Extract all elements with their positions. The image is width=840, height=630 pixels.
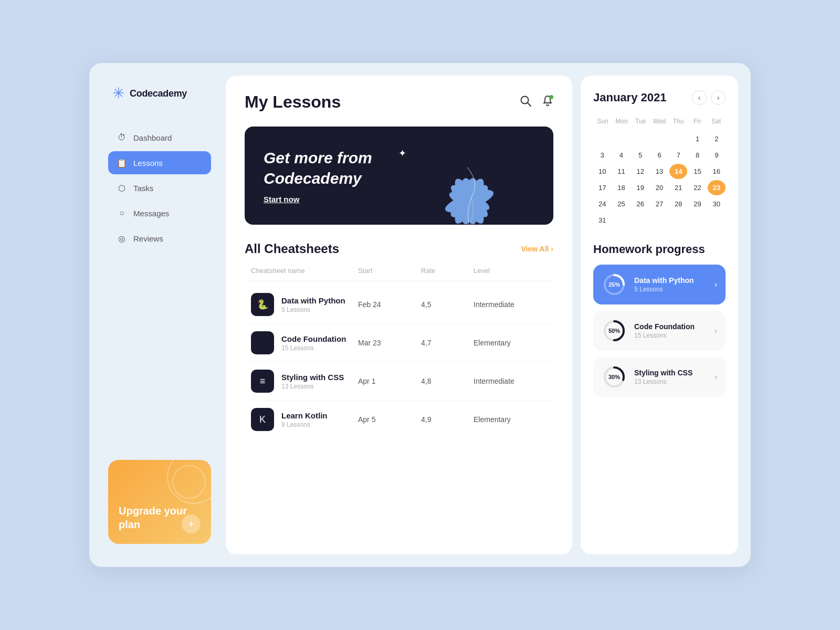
messages-icon: ○ [117,208,127,218]
sidebar-item-label: Tasks [133,184,153,193]
cal-cell[interactable]: 28 [669,196,687,212]
col-name: Cheatsheet name [251,267,358,275]
cal-cell[interactable]: 29 [688,196,706,212]
cal-cell[interactable]: 7 [669,148,687,163]
cal-cell[interactable]: 19 [632,180,649,195]
calendar-header: January 2021 ‹ › [593,90,726,105]
next-month-button[interactable]: › [711,90,726,105]
sidebar-item-dashboard[interactable]: ⏱ Dashboard [108,126,211,149]
table-row[interactable]: 🐍 Data with Python 5 Lessons Feb 24 4,5 … [245,286,553,324]
sidebar-item-label: Dashboard [133,133,172,142]
right-panel: January 2021 ‹ › SunMonTueWedThuFriSat 1… [581,76,738,554]
cal-cell[interactable]: 20 [650,180,668,195]
cal-cell[interactable]: 22 [688,180,706,195]
table-row[interactable]: Code Foundation 15 Lessons Mar 23 4,7 El… [245,324,553,362]
cal-cell[interactable]: 5 [632,148,649,163]
cal-cell[interactable]: 11 [612,164,630,179]
promo-heading: Get more from Codecademy [264,148,421,188]
cal-weekday: Thu [669,116,688,127]
calendar-weekdays: SunMonTueWedThuFriSat [593,116,726,127]
progress-ring: 50% [602,318,627,343]
cal-cell[interactable]: 1 [688,131,706,146]
cal-cell[interactable]: 30 [708,196,726,212]
prev-month-button[interactable]: ‹ [692,90,707,105]
hw-arrow-icon: › [715,372,717,382]
progress-ring: 30% [602,364,627,390]
homework-item[interactable]: 50% Code Foundation 15 Lessons › [593,311,726,351]
notifications-button[interactable] [542,95,553,110]
cal-cell[interactable]: 15 [688,164,706,179]
homework-item[interactable]: 25% Data with Python 5 Lessons › [593,265,726,304]
cal-cell[interactable]: 25 [612,196,630,212]
lessons-icon: 📋 [117,158,127,168]
cal-cell[interactable]: 3 [593,148,611,163]
sidebar-item-tasks[interactable]: ⬡ Tasks [108,176,211,200]
hw-info: Code Foundation 15 Lessons [634,322,707,339]
svg-line-1 [528,103,531,106]
sidebar-item-lessons[interactable]: 📋 Lessons [108,151,211,174]
dashboard-icon: ⏱ [117,132,127,143]
promo-cta[interactable]: Start now [264,195,534,204]
progress-ring: 25% [602,272,627,297]
cal-cell[interactable]: 12 [632,164,649,179]
cal-cell [650,131,668,146]
cal-cell[interactable]: 23 [708,180,726,195]
sidebar: ✳ Codecademy ⏱ Dashboard 📋 Lessons ⬡ Tas… [102,76,217,554]
cal-cell[interactable]: 16 [708,164,726,179]
course-rate: 4,5 [421,300,474,309]
cal-weekday: Sat [707,116,726,127]
course-level: Elementary [474,339,547,347]
course-info: 🐍 Data with Python 5 Lessons [251,293,358,316]
hw-name: Code Foundation [634,322,707,331]
cal-cell[interactable]: 17 [593,180,611,195]
cal-weekday: Fri [688,116,707,127]
cal-weekday: Wed [650,116,669,127]
cal-cell [669,131,687,146]
course-level: Intermediate [474,377,547,385]
course-lessons: 15 Lessons [281,344,346,352]
cal-cell[interactable]: 10 [593,164,611,179]
cal-cell[interactable]: 8 [688,148,706,163]
cal-cell[interactable]: 21 [669,180,687,195]
cal-cell[interactable]: 24 [593,196,611,212]
course-name: Learn Kotlin [281,411,328,420]
cal-cell[interactable]: 6 [650,148,668,163]
course-start: Apr 5 [358,415,421,424]
table-row[interactable]: ≡ Styling with CSS 13 Lessons Apr 1 4,8 … [245,362,553,401]
view-all-button[interactable]: View All [521,245,553,253]
cal-weekday: Mon [612,116,631,127]
cheatsheets-header: All Cheatsheets View All [245,242,553,256]
course-info: K Learn Kotlin 9 Lessons [251,408,358,431]
cal-cell[interactable]: 27 [650,196,668,212]
sidebar-item-messages[interactable]: ○ Messages [108,202,211,225]
svg-text:50%: 50% [608,328,620,334]
cal-cell [632,131,649,146]
cheatsheets-table: 🐍 Data with Python 5 Lessons Feb 24 4,5 … [245,286,553,438]
sidebar-item-reviews[interactable]: ◎ Reviews [108,227,211,250]
hw-name: Styling with CSS [634,369,707,377]
table-row[interactable]: K Learn Kotlin 9 Lessons Apr 5 4,9 Eleme… [245,401,553,438]
upgrade-card[interactable]: Upgrade your plan + [108,460,211,544]
hw-arrow-icon: › [715,280,717,289]
notification-dot [549,95,553,99]
search-button[interactable] [520,95,531,110]
tasks-icon: ⬡ [117,183,127,193]
hw-lessons: 5 Lessons [634,286,707,293]
sidebar-item-label: Messages [133,209,169,218]
course-icon: K [251,408,274,431]
course-name: Styling with CSS [281,373,344,382]
cal-cell[interactable]: 31 [593,213,611,228]
cal-cell[interactable]: 4 [612,148,630,163]
cal-cell[interactable]: 13 [650,164,668,179]
cal-cell[interactable]: 26 [632,196,649,212]
course-level: Intermediate [474,300,547,309]
cal-cell[interactable]: 2 [708,131,726,146]
course-info: ≡ Styling with CSS 13 Lessons [251,370,358,393]
cal-cell[interactable]: 18 [612,180,630,195]
homework-item[interactable]: 30% Styling with CSS 13 Lessons › [593,357,726,397]
cal-cell[interactable]: 14 [669,164,687,179]
cal-cell[interactable]: 9 [708,148,726,163]
course-lessons: 13 Lessons [281,383,344,390]
hw-lessons: 13 Lessons [634,378,707,385]
course-icon: 🐍 [251,293,274,316]
